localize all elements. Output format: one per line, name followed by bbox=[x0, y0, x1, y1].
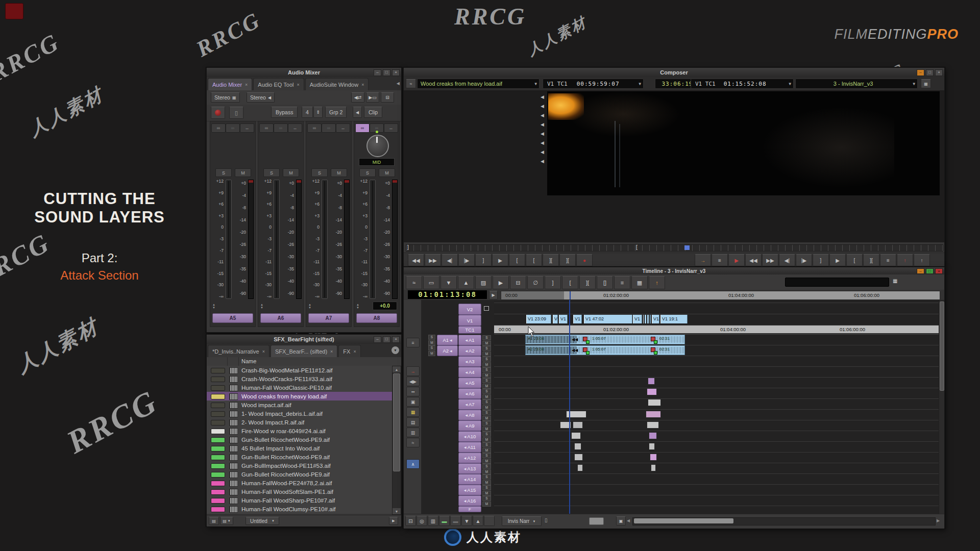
solo-mute-cell[interactable]: SM bbox=[482, 357, 491, 367]
toolbar-button[interactable]: ] bbox=[545, 276, 561, 289]
bottom-toolbar-button[interactable] bbox=[484, 516, 495, 526]
bottom-toolbar-button[interactable]: ◎ bbox=[416, 516, 427, 526]
trash-button[interactable]: ▯ bbox=[229, 107, 243, 119]
source-timecode-box[interactable]: V1 TC1 00:59:59:07 ▼ bbox=[543, 79, 644, 89]
transport-button[interactable]: ][ bbox=[543, 254, 559, 266]
route-icon-button[interactable]: ▶▭ bbox=[366, 92, 379, 103]
mute-button[interactable]: M bbox=[235, 168, 251, 177]
solo-mute-cell[interactable]: SM bbox=[482, 432, 491, 442]
marker-icon[interactable]: ◀ bbox=[541, 94, 544, 99]
small-audio-clip[interactable] bbox=[574, 443, 581, 450]
maximize-button[interactable]: □ bbox=[383, 336, 390, 343]
composer-position-bar[interactable]: ] [ bbox=[406, 244, 943, 252]
bin-file-row[interactable]: Human-Fall WoodClassic-PE10.aif bbox=[207, 383, 392, 392]
fader-mode-icon[interactable]: ⇕ bbox=[313, 107, 323, 118]
timeline-titlebar[interactable]: Timeline - 3 - InvisNarr_v3 – □ × bbox=[404, 267, 944, 275]
timeline-view-selector[interactable]: Invis Narr ▼ bbox=[502, 516, 542, 526]
minimize-button[interactable]: – bbox=[917, 69, 924, 76]
grid-icon[interactable]: ▦ bbox=[921, 79, 931, 88]
transport-button[interactable]: ] bbox=[475, 254, 492, 266]
record-track-button[interactable]: ◀ A6 bbox=[458, 388, 481, 399]
bin-file-row[interactable]: Gun-Bullet RicochetWood-PE9.aif bbox=[207, 453, 392, 461]
bin-file-row[interactable]: Crash-WoodCracks-PE11#33.ai.aif bbox=[207, 374, 392, 383]
record-track-button[interactable]: ◀ A5 bbox=[458, 378, 481, 388]
grp-button[interactable]: Grp 2 bbox=[325, 107, 347, 118]
channel-label[interactable]: A7 bbox=[308, 313, 349, 323]
record-track-button[interactable]: ◀ A4 bbox=[458, 367, 481, 378]
video-clip[interactable] bbox=[643, 315, 651, 323]
timeline-vscrollbar[interactable] bbox=[939, 300, 944, 514]
solo-mute-cell[interactable]: SM bbox=[482, 378, 491, 389]
toolbar-button[interactable]: [] bbox=[597, 276, 613, 289]
bin-file-row[interactable]: Human-Fall WoodSharp-PE10#7.aif bbox=[207, 496, 392, 505]
tab-close-icon[interactable]: × bbox=[262, 349, 265, 354]
focus-button[interactable]: ▣ bbox=[616, 516, 626, 525]
transport-button[interactable]: ▶ bbox=[829, 254, 846, 266]
toolbar-button[interactable]: ▼ bbox=[440, 276, 457, 289]
marker-icon[interactable]: ◀ bbox=[541, 122, 544, 127]
bin-file-row[interactable]: 1- Wood Impact_debris.L.aif.aif bbox=[207, 409, 392, 418]
small-audio-clip[interactable] bbox=[574, 454, 583, 461]
link-icon[interactable]: ∞ bbox=[307, 123, 322, 133]
toolbar-button[interactable]: ▨ bbox=[475, 276, 492, 289]
bin-file-row[interactable]: Human-Fall WoodSoftSlam-PE1.aif bbox=[207, 487, 392, 496]
bin-file-row[interactable]: 2- Wood Impact.R.aif.aif bbox=[207, 418, 392, 427]
small-audio-clip[interactable] bbox=[571, 432, 581, 439]
solo-button[interactable]: S bbox=[359, 168, 376, 177]
toolbar-button[interactable]: ⊟ bbox=[510, 276, 526, 289]
link-icon[interactable]: ∞ bbox=[259, 123, 274, 133]
marker-icon[interactable]: ◀ bbox=[541, 131, 544, 136]
volume-fader[interactable] bbox=[370, 180, 376, 299]
transport-button[interactable]: ▶▶ bbox=[762, 254, 778, 266]
audio-mixer-titlebar[interactable]: Audio Mixer – □ × bbox=[207, 68, 401, 78]
close-button[interactable]: × bbox=[392, 336, 400, 343]
record-track-button[interactable]: ◀ A1 bbox=[458, 335, 481, 345]
tab-close-icon[interactable]: × bbox=[297, 82, 299, 87]
bin-file-row[interactable]: Human-Fall WoodClumsy-PE10#.aif bbox=[207, 505, 392, 513]
gain-stepper[interactable]: ▲▼ bbox=[212, 303, 215, 309]
small-audio-clip[interactable] bbox=[648, 399, 661, 406]
record-automation-button[interactable] bbox=[211, 107, 225, 119]
transport-button[interactable]: ≡ bbox=[880, 254, 896, 266]
solo-button[interactable]: S bbox=[215, 168, 232, 177]
marker-icon[interactable]: ◀ bbox=[541, 159, 544, 164]
bin-file-row[interactable]: Gun-Bullet RicochetWood-PE9.aif bbox=[207, 435, 392, 444]
small-audio-clip[interactable] bbox=[651, 464, 656, 471]
video-clip[interactable]: V1 bbox=[559, 315, 568, 323]
bin-view-selector[interactable]: Untitled ▼ bbox=[246, 517, 279, 525]
toolbar-button[interactable]: ≡ bbox=[614, 276, 630, 289]
solo-mute-cell[interactable]: SM bbox=[482, 367, 491, 378]
small-audio-clip[interactable] bbox=[646, 411, 661, 418]
transport-button[interactable]: ▶ bbox=[492, 254, 508, 266]
unlink-icon[interactable]: ∞ bbox=[226, 123, 240, 133]
left-tool-button[interactable]: ▣ bbox=[406, 397, 420, 407]
video-clip[interactable]: V1 23:09 bbox=[526, 315, 551, 323]
volume-fader[interactable] bbox=[322, 180, 328, 299]
link-icon[interactable]: ∞ bbox=[355, 123, 370, 133]
toolbar-button[interactable]: ▶ bbox=[493, 276, 509, 289]
record-track-button[interactable]: ◀ A9 bbox=[458, 420, 481, 431]
pan-width-icon[interactable]: ↔ bbox=[288, 123, 302, 133]
gain-stepper[interactable]: ▲▼ bbox=[260, 303, 263, 309]
pan-width-icon[interactable]: ↔ bbox=[384, 123, 398, 133]
track-height-slider[interactable] bbox=[589, 517, 604, 525]
transport-button[interactable]: ≡ bbox=[712, 254, 728, 266]
channel-label[interactable]: A8 bbox=[356, 313, 397, 323]
solo-mute-cell[interactable]: SM bbox=[482, 453, 491, 464]
filler-track-button[interactable]: F bbox=[458, 506, 481, 512]
toolbar-button[interactable]: ∅ bbox=[527, 276, 544, 289]
link-icon[interactable]: ∞ bbox=[211, 123, 226, 133]
solo-mute-cell[interactable]: SM bbox=[482, 421, 491, 432]
solo-mute-cell[interactable]: SM bbox=[482, 442, 491, 453]
channel-label[interactable]: A6 bbox=[260, 313, 301, 323]
bottom-toolbar-button[interactable]: ▲ bbox=[473, 516, 483, 526]
source-clip-selector[interactable]: Wood creaks from heavy load.aif ▼ bbox=[417, 79, 540, 89]
transport-button[interactable]: ◀◀ bbox=[408, 254, 424, 266]
tab-scroll-left-icon[interactable]: ◀ bbox=[397, 81, 400, 86]
clip-button[interactable]: Clip bbox=[364, 107, 382, 118]
solo-mute-cell[interactable]: SM bbox=[482, 410, 491, 421]
bottom-toolbar-button[interactable]: ▼ bbox=[461, 516, 472, 526]
small-audio-clip[interactable] bbox=[649, 443, 655, 450]
timeline-hscrollbar[interactable] bbox=[632, 517, 936, 525]
bypass-button[interactable]: Bypass bbox=[271, 107, 298, 118]
